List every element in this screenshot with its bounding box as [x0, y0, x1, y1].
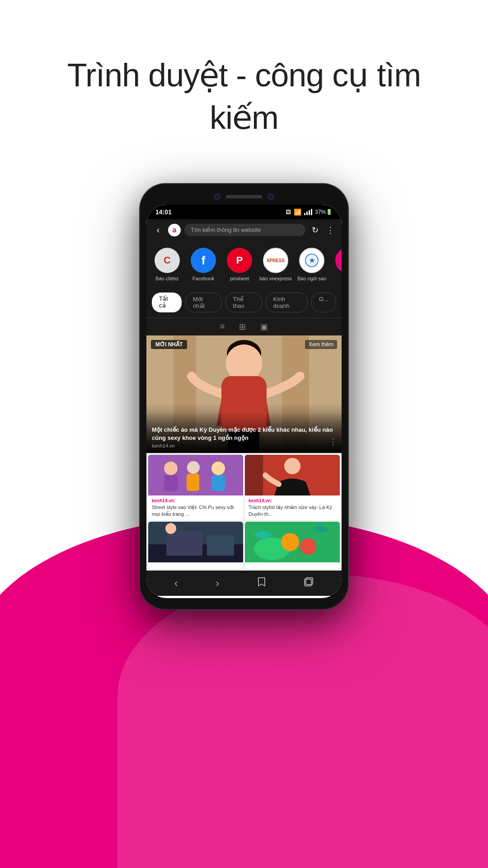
svg-point-27: [300, 538, 316, 555]
nav-bookmark-button[interactable]: [253, 575, 270, 591]
grid-view-icon[interactable]: ⊞: [239, 322, 246, 332]
svg-point-12: [187, 461, 200, 474]
news-caption-text: Một chiếc áo mà Kỳ Duyên mặc được 2 kiểu…: [152, 426, 336, 442]
svg-rect-21: [166, 531, 202, 556]
vnexpress-label: báo vnexpress: [259, 276, 292, 282]
tab-thethao[interactable]: Thể thao: [225, 292, 262, 312]
nav-back-button[interactable]: ‹: [171, 575, 182, 591]
magazine-view-icon[interactable]: ▣: [260, 322, 268, 332]
pinterest-icon: P: [227, 248, 252, 273]
svg-point-10: [164, 462, 178, 475]
browser-back-button[interactable]: ‹: [152, 223, 164, 237]
svg-rect-11: [164, 475, 178, 491]
main-news-card[interactable]: MỚI NHẤT Xem thêm Một chiếc áo mà Kỳ Duy…: [146, 335, 342, 453]
browser-logo: a: [168, 224, 181, 236]
category-tabs-row: Tất cả Mới nhất Thể thao Kinh doanh G...: [146, 289, 342, 318]
grid-news-item-1[interactable]: kenh14.vn: Street style sao Việt: Chi Pu…: [148, 455, 243, 520]
quick-link-facebook[interactable]: f Facebook: [186, 248, 221, 282]
signal-bars: [304, 209, 312, 215]
news-tag: MỚI NHẤT: [151, 340, 187, 349]
browser-bar: ‹ a Tìm kiếm thông tin website ↻ ⋮: [146, 219, 342, 241]
vnexpress-icon: XPRESS: [263, 248, 288, 273]
tab-moinhat[interactable]: Mới nhất: [185, 292, 221, 312]
svg-rect-15: [211, 475, 225, 491]
quick-link-ngoisan[interactable]: ★ Báo ngôi sao: [295, 248, 329, 282]
grid-news-thumb-3: [148, 522, 243, 562]
grid-news-info-2: kenh14.vn: Trách stylist lấy nhầm size v…: [245, 495, 340, 520]
grid-news-title-1: Street style sao Việt: Chi Pu sexy với m…: [152, 504, 239, 517]
quick-links-row: C Báo cfebiz f Facebook P pinstaret XPRE…: [146, 241, 342, 289]
cfebiz-label: Báo cfebiz: [155, 276, 178, 282]
pinterest-label: pinstaret: [230, 276, 249, 282]
svg-rect-22: [207, 535, 234, 556]
quick-link-vnexpress[interactable]: XPRESS báo vnexpress: [258, 248, 293, 282]
nav-tabs-button[interactable]: [300, 575, 317, 591]
status-time: 14:01: [155, 208, 172, 216]
news-see-more[interactable]: Xem thêm: [305, 340, 337, 349]
svg-point-14: [211, 462, 225, 475]
phone-mockup: 14:01 🖼 📶 37% 🔋: [0, 166, 488, 609]
grid-news-thumb-2: [245, 455, 340, 495]
grid-news-source-2: kenh14.vn:: [249, 498, 336, 503]
svg-point-5: [228, 344, 260, 382]
wifi-icon: 📶: [294, 208, 301, 216]
browser-search-bar[interactable]: Tìm kiếm thông tin website: [184, 224, 305, 236]
svg-text:★: ★: [309, 257, 315, 264]
quick-link-extra[interactable]: [331, 248, 342, 282]
phone-frame: 14:01 🖼 📶 37% 🔋: [140, 184, 348, 609]
browser-refresh-button[interactable]: ↻: [309, 225, 321, 235]
news-caption-source: kenh14.vn: [152, 443, 336, 448]
news-caption: Một chiếc áo mà Kỳ Duyên mặc được 2 kiểu…: [146, 412, 342, 453]
phone-top-bar: [146, 190, 342, 203]
svg-point-26: [281, 533, 299, 551]
phone-speaker: [226, 195, 262, 198]
news-more-button[interactable]: ⋮: [329, 437, 337, 447]
photo-icon: 🖼: [286, 209, 291, 215]
cfebiz-icon: C: [155, 248, 180, 273]
svg-point-6: [227, 340, 261, 367]
browser-more-button[interactable]: ⋮: [324, 225, 336, 235]
battery-icon: 🔋: [326, 209, 333, 215]
status-bar: 14:01 🖼 📶 37% 🔋: [146, 205, 342, 219]
phone-camera-left: [214, 193, 221, 200]
svg-point-28: [315, 533, 328, 547]
svg-rect-13: [187, 474, 199, 491]
tab-kinhdoanh[interactable]: Kinh doanh: [266, 292, 308, 312]
grid-news-thumb-4: [245, 522, 340, 562]
phone-camera-right: [267, 193, 274, 200]
ngoisan-label: Báo ngôi sao: [297, 276, 326, 282]
facebook-icon: f: [191, 248, 216, 273]
content-area: MỚI NHẤT Xem thêm Một chiếc áo mà Kỳ Duy…: [146, 335, 342, 571]
quick-link-pinterest[interactable]: P pinstaret: [222, 248, 257, 282]
grid-news-info-4: [245, 562, 340, 569]
page-title: Trình duyệt - công cụ tìm kiếm: [0, 0, 488, 166]
nav-forward-button[interactable]: ›: [212, 575, 223, 591]
tab-g[interactable]: G...: [311, 292, 336, 312]
phone-bottom-nav: ‹ ›: [146, 571, 342, 596]
grid-news-thumb-1: [148, 455, 243, 495]
grid-news-item-4[interactable]: [245, 522, 340, 569]
phone-screen: 14:01 🖼 📶 37% 🔋: [146, 205, 342, 598]
svg-point-17: [284, 458, 300, 474]
battery-indicator: 37% 🔋: [315, 209, 333, 215]
ngoisan-icon: ★: [299, 248, 324, 273]
grid-news-title-2: Trách stylist lấy nhầm size váy: Là Kỳ D…: [249, 504, 336, 517]
view-mode-bar: ≡ ⊞ ▣: [146, 318, 342, 335]
facebook-label: Facebook: [192, 276, 214, 282]
grid-news-item-2[interactable]: kenh14.vn: Trách stylist lấy nhầm size v…: [245, 455, 340, 520]
grid-news-item-3[interactable]: [148, 522, 243, 569]
grid-news-section: kenh14.vn: Street style sao Việt: Chi Pu…: [146, 453, 342, 571]
quick-link-cfebiz[interactable]: C Báo cfebiz: [150, 248, 184, 282]
tab-tatca[interactable]: Tất cả: [152, 292, 182, 312]
grid-news-info-3: [148, 562, 243, 569]
status-right: 🖼 📶 37% 🔋: [286, 208, 333, 216]
search-placeholder-text: Tìm kiếm thông tin website: [191, 226, 261, 233]
grid-news-source-1: kenh14.vn:: [152, 498, 239, 503]
svg-point-23: [165, 523, 176, 534]
svg-rect-18: [245, 455, 263, 495]
extra-icon: [335, 248, 342, 273]
list-view-icon[interactable]: ≡: [220, 322, 225, 332]
grid-news-info-1: kenh14.vn: Street style sao Việt: Chi Pu…: [148, 495, 243, 520]
